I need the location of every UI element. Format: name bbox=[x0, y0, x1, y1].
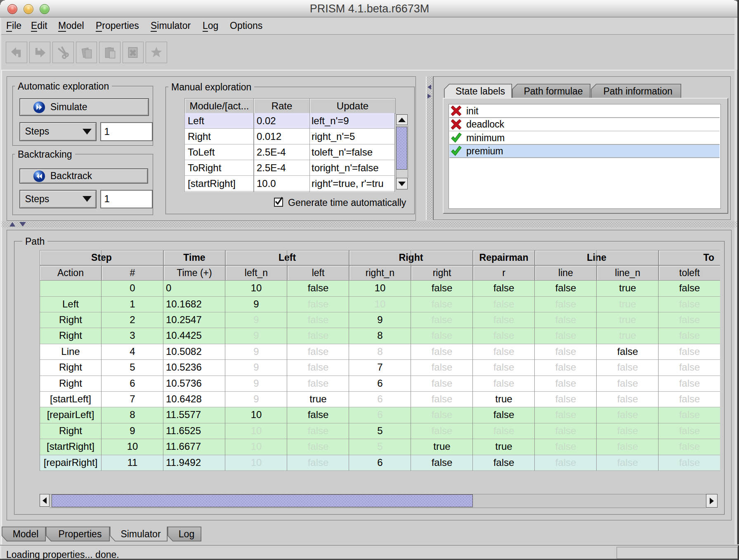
svg-text:State labels: State labels bbox=[455, 86, 505, 97]
svg-text:Model: Model bbox=[13, 529, 39, 539]
svg-text:Path information: Path information bbox=[603, 86, 672, 97]
svg-text:Log: Log bbox=[179, 529, 194, 539]
svg-text:Properties: Properties bbox=[59, 529, 102, 539]
svg-text:Simulator: Simulator bbox=[120, 529, 161, 539]
svg-text:Path formulae: Path formulae bbox=[524, 86, 583, 97]
